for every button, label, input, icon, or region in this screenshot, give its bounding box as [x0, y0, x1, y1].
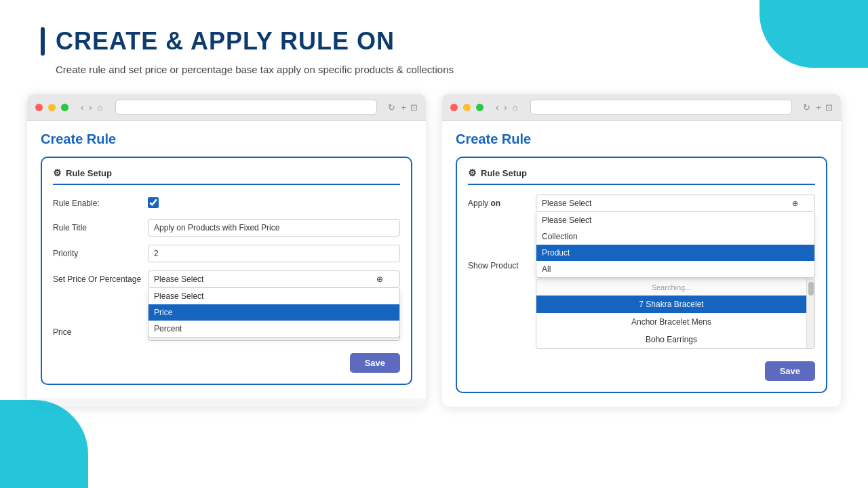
left-titlebar: ‹ › ⌂ ↻ + ⊡ [27, 94, 426, 121]
blob-bottom-left [0, 400, 88, 488]
dot-red-left[interactable] [35, 104, 43, 111]
right-save-button[interactable]: Save [765, 361, 815, 381]
rule-enable-row: Rule Enable: [53, 195, 400, 211]
product-scrollbar-thumb[interactable] [808, 282, 814, 296]
nav-reload-right[interactable]: ↻ [803, 102, 810, 113]
nav-home-right[interactable]: ⌂ [511, 102, 519, 113]
windows-container: ‹ › ⌂ ↻ + ⊡ Create Rule ⚙ Rule Setup [0, 94, 868, 407]
product-list-content: Searching... 7 Shakra Bracelet Anchor Br… [536, 279, 806, 348]
product-list-searching: Searching... [536, 279, 806, 296]
left-save-row: Save [53, 349, 400, 373]
apply-on-label: Apply on [468, 195, 529, 208]
product-list-scroll: Searching... 7 Shakra Bracelet Anchor Br… [536, 279, 814, 348]
left-actions: + ⊡ [401, 102, 418, 113]
left-save-button[interactable]: Save [350, 353, 400, 373]
nav-back-right[interactable]: ‹ [494, 102, 500, 113]
apply-on-arrow: ⊕ [792, 199, 798, 208]
right-panel-label: Rule Setup [481, 168, 527, 178]
priority-label: Priority [53, 245, 141, 258]
left-browser-window: ‹ › ⌂ ↻ + ⊡ Create Rule ⚙ Rule Setup [27, 94, 426, 407]
apply-option-all[interactable]: All [536, 261, 814, 277]
set-price-dropdown-list: Please Select Price Percent [148, 288, 400, 338]
set-price-dropdown[interactable]: Please Select ⊕ [148, 270, 400, 288]
left-content: Create Rule ⚙ Rule Setup Rule Enable: Ru… [27, 121, 426, 399]
dropdown-item-percent[interactable]: Percent [149, 321, 399, 337]
more-right[interactable]: ⊡ [825, 102, 833, 113]
right-form-panel: ⚙ Rule Setup Apply on Please Select ⊕ [456, 157, 827, 393]
right-browser-window: ‹ › ⌂ ↻ + ⊡ Create Rule ⚙ Rule Setup [442, 94, 841, 407]
header-bar [41, 27, 45, 56]
right-content: Create Rule ⚙ Rule Setup Apply on Please… [442, 121, 841, 407]
left-form-title: Create Rule [41, 131, 412, 147]
priority-input[interactable] [148, 245, 400, 262]
left-nav: ‹ › ⌂ [79, 102, 104, 113]
apply-on-bold-text: on [490, 199, 500, 208]
rule-title-label: Rule Title [53, 219, 141, 232]
product-list: Searching... 7 Shakra Bracelet Anchor Br… [536, 279, 815, 349]
set-price-row: Set Price Or Percentage Please Select ⊕ … [53, 270, 400, 288]
apply-option-please-select[interactable]: Please Select [536, 212, 814, 228]
left-urlbar [115, 100, 378, 115]
apply-on-selected-value: Please Select [542, 199, 591, 208]
apply-on-row: Apply on Please Select ⊕ Please Select C… [468, 195, 815, 212]
header: CREATE & APPLY RULE ON Create rule and s… [0, 0, 868, 89]
apply-on-dropdown[interactable]: Please Select ⊕ [536, 195, 815, 212]
dot-green-right[interactable] [476, 104, 484, 111]
product-item-2[interactable]: Boho Earrings [536, 331, 806, 348]
priority-control [148, 245, 400, 262]
new-tab-left[interactable]: + [401, 102, 406, 113]
right-panel-header: ⚙ Rule Setup [468, 167, 815, 185]
set-price-arrow: ⊕ [376, 274, 383, 284]
gear-icon-left: ⚙ [53, 167, 62, 178]
rule-title-control [148, 219, 400, 237]
nav-forward-right[interactable]: › [502, 102, 508, 113]
dot-red-right[interactable] [450, 104, 458, 111]
nav-reload-left[interactable]: ↻ [388, 102, 395, 113]
nav-forward-left[interactable]: › [87, 102, 93, 113]
set-price-label: Set Price Or Percentage [53, 270, 141, 284]
apply-option-product[interactable]: Product [536, 245, 814, 261]
product-item-1[interactable]: Anchor Bracelet Mens [536, 313, 806, 331]
more-left[interactable]: ⊡ [410, 102, 418, 113]
product-item-0[interactable]: 7 Shakra Bracelet [536, 296, 806, 313]
dropdown-item-price[interactable]: Price [149, 304, 399, 321]
right-save-row: Save [468, 357, 815, 381]
right-titlebar: ‹ › ⌂ ↻ + ⊡ [442, 94, 841, 121]
right-urlbar [530, 100, 793, 115]
page-title: CREATE & APPLY RULE ON [56, 27, 395, 56]
left-panel-label: Rule Setup [66, 168, 112, 178]
right-form-title: Create Rule [456, 131, 827, 147]
dropdown-item-please-select[interactable]: Please Select [149, 288, 399, 304]
set-price-selected-value: Please Select [154, 274, 203, 284]
header-title-row: CREATE & APPLY RULE ON [41, 27, 827, 56]
rule-title-row: Rule Title [53, 219, 400, 237]
nav-back-left[interactable]: ‹ [79, 102, 85, 113]
priority-row: Priority [53, 245, 400, 262]
right-actions: + ⊡ [816, 102, 833, 113]
price-label: Price [53, 323, 141, 337]
dot-yellow-left[interactable] [48, 104, 56, 111]
left-form-panel: ⚙ Rule Setup Rule Enable: Rule Title [41, 157, 412, 385]
apply-on-dropdown-list: Please Select Collection Product All [536, 212, 815, 278]
rule-enable-control [148, 195, 400, 211]
rule-enable-checkbox[interactable] [148, 197, 159, 208]
apply-on-control: Please Select ⊕ Please Select Collection… [536, 195, 815, 212]
apply-option-collection[interactable]: Collection [536, 228, 814, 245]
rule-enable-label: Rule Enable: [53, 195, 141, 208]
show-product-label: Show Product [468, 257, 529, 270]
left-panel-header: ⚙ Rule Setup [53, 167, 400, 185]
rule-title-input[interactable] [148, 219, 400, 237]
new-tab-right[interactable]: + [816, 102, 821, 113]
gear-icon-right: ⚙ [468, 167, 477, 178]
product-scrollbar-track[interactable] [806, 279, 814, 348]
dot-green-left[interactable] [61, 104, 68, 111]
nav-home-left[interactable]: ⌂ [96, 102, 104, 113]
right-nav: ‹ › ⌂ [494, 102, 519, 113]
apply-text: Apply [468, 199, 488, 208]
page-subtitle: Create rule and set price or percentage … [41, 64, 827, 75]
set-price-control: Please Select ⊕ Please Select Price Perc… [148, 270, 400, 288]
dot-yellow-right[interactable] [463, 104, 471, 111]
